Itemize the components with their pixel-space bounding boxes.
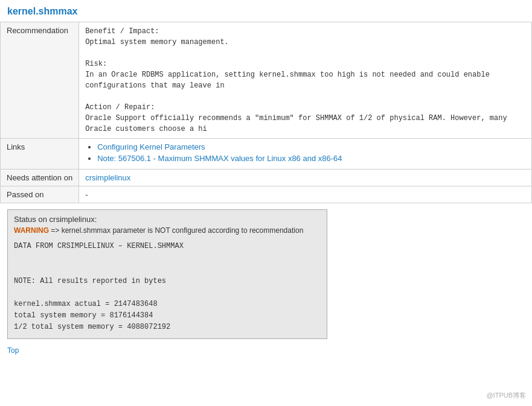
recommendation-content: Benefit / Impact: Optimal system memory … — [79, 22, 532, 139]
action-text: Oracle Support officially recommends a "… — [85, 114, 511, 133]
action-label: Action / Repair: — [85, 103, 155, 112]
info-table: Recommendation Benefit / Impact: Optimal… — [0, 22, 532, 203]
links-content: Configuring Kernel Parameters Note: 5675… — [79, 139, 532, 170]
needs-attention-row: Needs attention on crsimplelinux — [1, 170, 532, 186]
warning-label: WARNING — [14, 226, 49, 235]
links-label: Links — [1, 139, 79, 170]
benefit-text: Optimal system memory management. — [85, 38, 229, 46]
status-data: DATA FROM CRSIMPLELINUX – KERNEL.SHMMAX … — [14, 241, 321, 334]
list-item: Configuring Kernel Parameters — [97, 142, 525, 151]
status-host: crsimplelinux — [50, 215, 95, 224]
link-note-shmmax[interactable]: Note: 567506.1 - Maximum SHMMAX values f… — [97, 154, 342, 163]
status-header: Status on crsimplelinux: — [14, 215, 321, 224]
status-header-prefix: Status on — [14, 215, 50, 224]
top-link[interactable]: Top — [0, 344, 532, 357]
recommendation-row: Recommendation Benefit / Impact: Optimal… — [1, 22, 532, 139]
risk-label: Risk: — [85, 60, 107, 68]
passed-on-row: Passed on - — [1, 186, 532, 203]
status-box: Status on crsimplelinux: WARNING => kern… — [7, 209, 327, 339]
recommendation-label: Recommendation — [1, 22, 79, 139]
status-header-suffix: : — [95, 215, 97, 224]
needs-attention-label: Needs attention on — [1, 170, 79, 186]
page-title: kernel.shmmax — [0, 0, 532, 22]
link-configuring-kernel[interactable]: Configuring Kernel Parameters — [97, 142, 205, 151]
risk-text: In an Oracle RDBMS application, setting … — [85, 71, 494, 90]
links-list: Configuring Kernel Parameters Note: 5675… — [85, 142, 525, 163]
status-warning-line: WARNING => kernel.shmmax parameter is NO… — [14, 226, 321, 235]
warning-message: => kernel.shmmax parameter is NOT config… — [49, 226, 303, 235]
list-item: Note: 567506.1 - Maximum SHMMAX values f… — [97, 154, 525, 163]
needs-attention-content: crsimplelinux — [79, 170, 532, 186]
needs-attention-link[interactable]: crsimplelinux — [85, 173, 130, 182]
links-row: Links Configuring Kernel Parameters Note… — [1, 139, 532, 170]
recommendation-text: Benefit / Impact: Optimal system memory … — [85, 26, 525, 135]
passed-on-content: - — [79, 186, 532, 203]
passed-on-label: Passed on — [1, 186, 79, 203]
benefit-label: Benefit / Impact: — [85, 27, 159, 36]
